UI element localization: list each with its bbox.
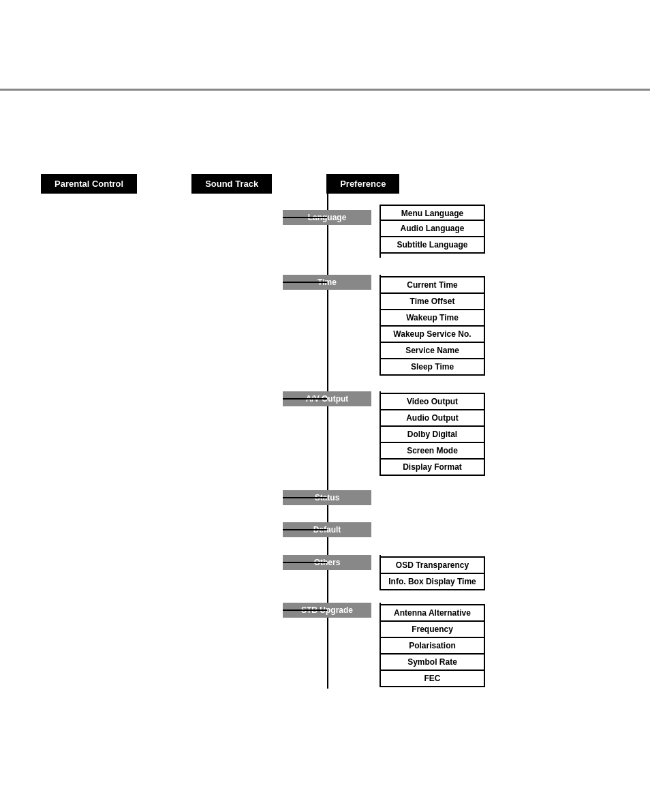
item-fec[interactable]: FEC [380, 670, 485, 687]
item-screen-mode[interactable]: Screen Mode [380, 442, 485, 460]
item-wakeup-time[interactable]: Wakeup Time [380, 309, 485, 327]
item-video-output[interactable]: Video Output [380, 393, 485, 410]
item-audio-language[interactable]: Audio Language [380, 220, 485, 237]
nav-row: Parental Control Sound Track Preference [41, 174, 399, 194]
h-line-language [283, 217, 327, 218]
item-symbol-rate[interactable]: Symbol Rate [380, 653, 485, 671]
tab-preference[interactable]: Preference [326, 174, 399, 194]
h-line-others [283, 562, 327, 563]
top-bar [0, 89, 650, 91]
item-osd-transparency[interactable]: OSD Transparency [380, 556, 485, 574]
h-line-default [283, 529, 327, 530]
item-dolby-digital[interactable]: Dolby Digital [380, 425, 485, 443]
h-line-time [283, 282, 327, 283]
item-sleep-time[interactable]: Sleep Time [380, 358, 485, 376]
item-polarisation[interactable]: Polarisation [380, 637, 485, 655]
item-info-box-display-time[interactable]: Info. Box Display Time [380, 573, 485, 590]
item-subtitle-language[interactable]: Subtitle Language [380, 236, 485, 254]
item-audio-output[interactable]: Audio Output [380, 409, 485, 427]
item-current-time[interactable]: Current Time [380, 276, 485, 294]
tab-parental-control[interactable]: Parental Control [41, 174, 137, 194]
item-frequency[interactable]: Frequency [380, 620, 485, 638]
h-line-stb-upgrade [283, 610, 327, 611]
item-antenna-alternative[interactable]: Antenna Alternative [380, 604, 485, 622]
item-display-format[interactable]: Display Format [380, 458, 485, 476]
item-wakeup-service-no[interactable]: Wakeup Service No. [380, 325, 485, 343]
item-time-offset[interactable]: Time Offset [380, 292, 485, 310]
h-line-status [283, 497, 327, 498]
h-line-av-output [283, 398, 327, 400]
tab-sound-track[interactable]: Sound Track [191, 174, 272, 194]
item-service-name[interactable]: Service Name [380, 342, 485, 359]
